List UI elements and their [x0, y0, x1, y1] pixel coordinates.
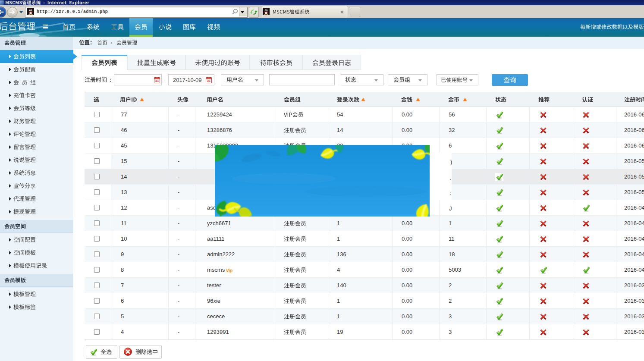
svg-text:31: 31: [207, 79, 210, 83]
svg-text:31: 31: [155, 79, 159, 83]
